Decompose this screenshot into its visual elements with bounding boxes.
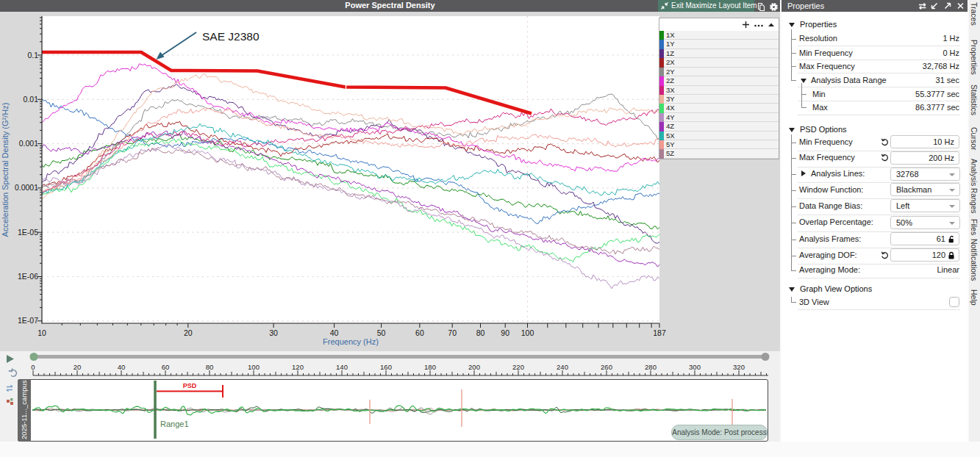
- svg-text:Acceleration Spectral Density: Acceleration Spectral Density (G²/Hz): [1, 103, 10, 237]
- svg-text:30: 30: [269, 328, 278, 337]
- svg-text:220: 220: [512, 363, 524, 371]
- svg-text:20: 20: [74, 363, 82, 371]
- svg-text:0: 0: [31, 363, 35, 371]
- svg-text:0.0001: 0.0001: [15, 183, 38, 192]
- svg-text:140: 140: [336, 363, 348, 371]
- svg-text:300: 300: [689, 363, 701, 371]
- svg-text:200: 200: [468, 363, 480, 371]
- svg-text:260: 260: [601, 363, 612, 371]
- svg-text:10: 10: [37, 328, 46, 337]
- svg-text:60: 60: [162, 363, 170, 371]
- svg-text:1E-05: 1E-05: [18, 228, 38, 237]
- svg-text:50: 50: [377, 328, 386, 337]
- svg-text:0.01: 0.01: [24, 95, 39, 104]
- svg-text:187: 187: [653, 328, 666, 337]
- svg-text:PSD: PSD: [183, 382, 197, 389]
- svg-text:240: 240: [557, 363, 568, 371]
- svg-text:1E-07: 1E-07: [18, 316, 38, 325]
- svg-text:100: 100: [248, 363, 260, 371]
- svg-text:40: 40: [330, 328, 339, 337]
- svg-text:90: 90: [501, 328, 509, 337]
- svg-text:100: 100: [521, 328, 534, 337]
- svg-text:SAE J2380: SAE J2380: [202, 30, 260, 43]
- svg-text:20: 20: [184, 328, 193, 337]
- svg-text:1E-06: 1E-06: [18, 272, 38, 281]
- svg-text:Range1: Range1: [160, 420, 189, 428]
- svg-text:320: 320: [733, 363, 745, 371]
- svg-text:280: 280: [645, 363, 657, 371]
- svg-text:80: 80: [206, 363, 214, 371]
- svg-text:60: 60: [415, 328, 424, 337]
- svg-text:40: 40: [118, 363, 126, 371]
- svg-text:80: 80: [476, 328, 485, 337]
- svg-text:70: 70: [448, 328, 457, 337]
- svg-text:180: 180: [424, 363, 436, 371]
- svg-text:160: 160: [380, 363, 392, 371]
- svg-text:120: 120: [292, 363, 304, 371]
- svg-text:Frequency (Hz): Frequency (Hz): [323, 337, 379, 346]
- svg-text:0.1: 0.1: [27, 51, 38, 60]
- svg-text:0.001: 0.001: [19, 139, 38, 148]
